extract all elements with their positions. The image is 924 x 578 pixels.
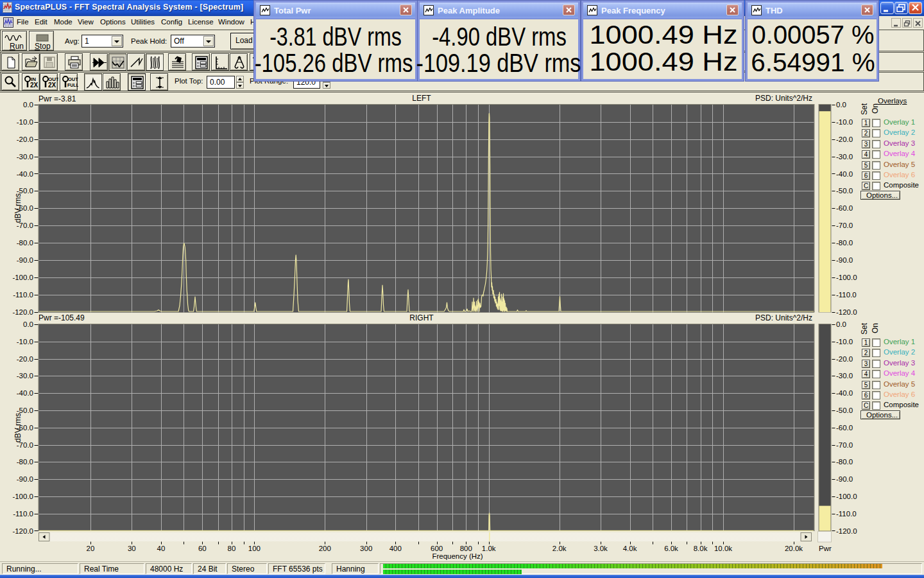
svg-text:OUT: OUT xyxy=(68,76,78,82)
svg-text:PSD: Units^2/Hz: PSD: Units^2/Hz xyxy=(755,94,812,103)
svg-text:-100.0: -100.0 xyxy=(836,274,857,281)
svg-text:200: 200 xyxy=(319,545,331,552)
svg-text:-10.0: -10.0 xyxy=(17,338,33,346)
svg-text:-120.0: -120.0 xyxy=(836,527,857,535)
svg-text:Run: Run xyxy=(10,42,24,51)
svg-text:20.0k: 20.0k xyxy=(785,545,803,552)
svg-text:800: 800 xyxy=(460,545,472,552)
svg-text:300: 300 xyxy=(360,545,372,552)
svg-text:Frequency (Hz): Frequency (Hz) xyxy=(432,552,483,560)
svg-text:-50.0: -50.0 xyxy=(836,407,853,414)
svg-text:-80.0: -80.0 xyxy=(836,239,853,247)
svg-text:0.0: 0.0 xyxy=(23,320,33,328)
svg-text:-120.0: -120.0 xyxy=(836,308,857,316)
svg-text:-20.0: -20.0 xyxy=(836,136,853,143)
svg-text:-40.0: -40.0 xyxy=(17,170,33,178)
svg-text:2X: 2X xyxy=(48,82,56,89)
svg-text:-20.0: -20.0 xyxy=(836,355,853,363)
svg-text:-60.0: -60.0 xyxy=(836,424,853,432)
svg-text:-120.0: -120.0 xyxy=(12,308,33,316)
svg-text:1.0k: 1.0k xyxy=(482,545,496,552)
svg-text:-10.0: -10.0 xyxy=(836,118,853,126)
svg-text:Pwr =-3.81: Pwr =-3.81 xyxy=(38,94,76,103)
svg-text:3.0k: 3.0k xyxy=(594,545,608,552)
svg-text:-50.0: -50.0 xyxy=(836,187,853,195)
svg-text:LEFT: LEFT xyxy=(412,94,431,103)
svg-text:Stop: Stop xyxy=(35,42,51,51)
svg-text:30: 30 xyxy=(128,545,136,552)
svg-text:10.0k: 10.0k xyxy=(714,545,732,552)
svg-text:-110.0: -110.0 xyxy=(13,291,33,299)
svg-text:-90.0: -90.0 xyxy=(836,256,853,264)
svg-text:PSD: Units^2/Hz: PSD: Units^2/Hz xyxy=(755,313,812,322)
svg-text:-110.0: -110.0 xyxy=(836,510,857,518)
svg-text:6.0k: 6.0k xyxy=(664,545,678,552)
svg-text:-80.0: -80.0 xyxy=(836,458,853,466)
svg-text:-100.0: -100.0 xyxy=(836,493,857,500)
svg-text:-100.0: -100.0 xyxy=(12,274,33,281)
svg-text:0.0: 0.0 xyxy=(836,101,846,109)
svg-text:-100.0: -100.0 xyxy=(12,493,33,500)
svg-text:RIGHT: RIGHT xyxy=(409,313,434,322)
svg-text:Pwr =-105.49: Pwr =-105.49 xyxy=(38,313,85,322)
svg-text:-90.0: -90.0 xyxy=(836,475,853,483)
svg-text:-120.0: -120.0 xyxy=(12,527,33,535)
svg-text:-30.0: -30.0 xyxy=(17,372,33,380)
svg-text:-80.0: -80.0 xyxy=(17,458,33,466)
svg-text:-30.0: -30.0 xyxy=(17,153,33,161)
svg-text:2X: 2X xyxy=(30,82,38,89)
svg-text:80: 80 xyxy=(228,545,236,552)
svg-text:-110.0: -110.0 xyxy=(13,510,33,518)
svg-text:-70.0: -70.0 xyxy=(836,441,853,449)
svg-text:dBV rms: dBV rms xyxy=(13,413,22,442)
svg-text:8.0k: 8.0k xyxy=(694,545,708,552)
svg-text:-10.0: -10.0 xyxy=(17,118,33,126)
svg-text:-30.0: -30.0 xyxy=(836,372,853,380)
svg-text:-70.0: -70.0 xyxy=(836,222,853,229)
svg-text:0.0: 0.0 xyxy=(836,320,846,328)
svg-text:40: 40 xyxy=(157,545,166,552)
svg-text:400: 400 xyxy=(389,545,402,552)
svg-text:-10.0: -10.0 xyxy=(836,338,853,346)
svg-text:-90.0: -90.0 xyxy=(17,475,33,483)
svg-text:100: 100 xyxy=(248,545,261,552)
svg-text:-30.0: -30.0 xyxy=(836,153,853,161)
svg-text:-40.0: -40.0 xyxy=(836,389,853,397)
svg-text:-90.0: -90.0 xyxy=(17,256,33,264)
svg-text:-20.0: -20.0 xyxy=(17,355,33,363)
svg-text:FULL: FULL xyxy=(67,83,78,87)
svg-text:4.0k: 4.0k xyxy=(623,545,637,552)
svg-text:2.0k: 2.0k xyxy=(552,545,567,552)
svg-text:Pwr: Pwr xyxy=(819,545,832,552)
svg-text:dBV rms: dBV rms xyxy=(13,193,22,223)
svg-text:0.0: 0.0 xyxy=(23,101,33,109)
svg-text:-60.0: -60.0 xyxy=(836,204,853,212)
svg-text:-80.0: -80.0 xyxy=(17,239,33,247)
svg-text:60: 60 xyxy=(198,545,207,552)
svg-text:20: 20 xyxy=(87,545,95,552)
svg-text:-110.0: -110.0 xyxy=(836,291,857,299)
svg-text:-20.0: -20.0 xyxy=(17,136,33,143)
svg-text:-40.0: -40.0 xyxy=(17,389,33,397)
svg-text:-40.0: -40.0 xyxy=(836,170,853,178)
svg-text:600: 600 xyxy=(431,545,443,552)
